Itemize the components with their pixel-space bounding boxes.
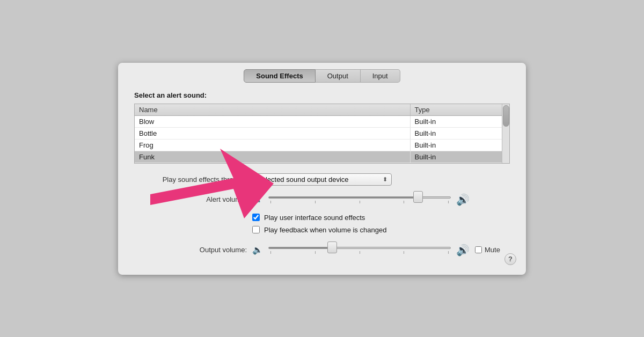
- volume-low-icon: 🔈: [252, 194, 263, 204]
- scrollbar-thumb[interactable]: [503, 105, 509, 127]
- mute-text: Mute: [485, 246, 500, 254]
- table-header-row: Name Type: [135, 104, 502, 116]
- alert-slider-track[interactable]: [268, 195, 451, 203]
- play-through-row: Play sound effects through: Selected sou…: [134, 173, 510, 186]
- feedback-row: Play feedback when volume is changed: [134, 226, 510, 234]
- sound-type-cell: Built-in: [410, 115, 502, 127]
- ui-sounds-checkbox[interactable]: [252, 214, 260, 221]
- output-slider-thumb[interactable]: [327, 241, 337, 253]
- ui-sounds-label: Play user interface sound effects: [264, 214, 365, 222]
- output-volume-row: Output volume: 🔈 🔊 Mute: [134, 244, 510, 257]
- table-row[interactable]: Funk Built-in: [135, 151, 502, 163]
- table-row[interactable]: Bottle Built-in: [135, 127, 502, 139]
- mute-label: Mute: [475, 246, 500, 254]
- sound-type-cell: Built-in: [410, 139, 502, 151]
- feedback-checkbox[interactable]: [252, 226, 260, 233]
- alert-volume-label: Alert volume:: [134, 195, 252, 203]
- sound-name-cell: Frog: [135, 139, 410, 151]
- output-slider-track[interactable]: [268, 246, 451, 254]
- sound-type-cell: Built-in: [410, 127, 502, 139]
- feedback-label: Play feedback when volume is changed: [264, 226, 386, 234]
- table-row[interactable]: Frog Built-in: [135, 139, 502, 151]
- play-through-select-wrapper: Selected sound output device Internal Sp…: [252, 173, 392, 186]
- ui-sounds-row: Play user interface sound effects: [134, 214, 510, 222]
- output-volume-high-icon: 🔊: [456, 244, 470, 257]
- play-through-select[interactable]: Selected sound output device Internal Sp…: [252, 173, 392, 186]
- alert-volume-row: Alert volume: 🔈 🔊: [134, 193, 510, 206]
- sound-list: Name Type Blow Built-in Bottle Built-in …: [135, 104, 502, 163]
- tab-input[interactable]: Input: [361, 69, 400, 83]
- col-header-name: Name: [135, 104, 410, 116]
- sound-name-cell: Funk: [135, 151, 410, 163]
- output-volume-low-icon: 🔈: [252, 245, 263, 255]
- sound-name-cell: Blow: [135, 115, 410, 127]
- scrollbar[interactable]: [502, 104, 509, 163]
- table-row[interactable]: Blow Built-in: [135, 115, 502, 127]
- output-volume-label: Output volume:: [134, 246, 252, 254]
- alert-sound-label: Select an alert sound:: [134, 91, 510, 99]
- col-header-type: Type: [410, 104, 502, 116]
- help-button[interactable]: ?: [504, 253, 516, 265]
- alert-slider-thumb[interactable]: [413, 191, 423, 203]
- panel-content: Select an alert sound: Name Type Blow Bu…: [118, 91, 526, 257]
- sound-name-cell: Bottle: [135, 127, 410, 139]
- tab-sound-effects[interactable]: Sound Effects: [244, 69, 315, 83]
- play-through-label: Play sound effects through:: [134, 175, 252, 184]
- checkboxes-section: Play user interface sound effects Play f…: [134, 214, 510, 234]
- mute-checkbox[interactable]: [475, 246, 482, 253]
- sound-list-wrapper: Name Type Blow Built-in Bottle Built-in …: [134, 104, 510, 164]
- sound-panel: Sound Effects Output Input Select an ale…: [118, 63, 526, 275]
- tab-output[interactable]: Output: [316, 69, 361, 83]
- sound-type-cell: Built-in: [410, 151, 502, 163]
- tab-bar: Sound Effects Output Input: [118, 63, 526, 83]
- volume-high-icon: 🔊: [456, 193, 470, 206]
